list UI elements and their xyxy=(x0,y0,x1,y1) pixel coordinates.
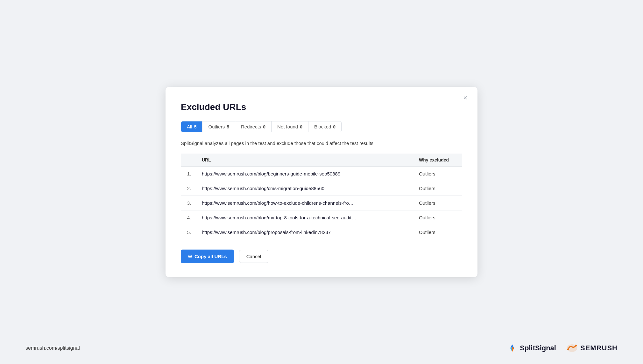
table-header-row: URL Why excluded xyxy=(181,154,462,167)
tab-not-found-label: Not found xyxy=(277,124,298,129)
tab-redirects-label: Redirects xyxy=(241,124,261,129)
semrush-label: SEMRUSH xyxy=(580,344,618,352)
row-url: https://www.semrush.com/blog/proposals-f… xyxy=(197,225,414,239)
tab-redirects-count: 0 xyxy=(263,124,265,129)
modal: × Excluded URLs All 5 Outliers 5 Redirec… xyxy=(166,87,477,277)
tab-blocked-label: Blocked xyxy=(314,124,331,129)
modal-title: Excluded URLs xyxy=(181,102,462,112)
splitsignal-label: SplitSignal xyxy=(520,344,556,352)
svg-point-2 xyxy=(575,345,577,347)
copy-all-button[interactable]: ⊕ Copy all URLs xyxy=(181,250,234,263)
row-num: 3. xyxy=(181,196,197,210)
tab-outliers-label: Outliers xyxy=(208,124,225,129)
row-reason: Outliers xyxy=(414,166,462,181)
button-row: ⊕ Copy all URLs Cancel xyxy=(181,250,462,263)
table-row: 2.https://www.semrush.com/blog/cms-migra… xyxy=(181,181,462,196)
table-row: 4.https://www.semrush.com/blog/my-top-8-… xyxy=(181,210,462,225)
tab-bar: All 5 Outliers 5 Redirects 0 Not found 0… xyxy=(181,121,342,132)
row-url: https://www.semrush.com/blog/my-top-8-to… xyxy=(197,210,414,225)
col-reason: Why excluded xyxy=(414,154,462,167)
row-num: 4. xyxy=(181,210,197,225)
tab-all-count: 5 xyxy=(194,124,197,129)
row-reason: Outliers xyxy=(414,210,462,225)
close-button[interactable]: × xyxy=(461,93,470,103)
row-num: 2. xyxy=(181,181,197,196)
tab-all[interactable]: All 5 xyxy=(181,121,202,132)
tab-all-label: All xyxy=(187,124,192,129)
tab-blocked[interactable]: Blocked 0 xyxy=(308,121,341,132)
splitsignal-icon xyxy=(507,343,517,353)
copy-button-label: Copy all URLs xyxy=(194,254,227,259)
tab-not-found[interactable]: Not found 0 xyxy=(272,121,308,132)
row-url: https://www.semrush.com/blog/how-to-excl… xyxy=(197,196,414,210)
tab-not-found-count: 0 xyxy=(300,124,302,129)
footer: semrush.com/splitsignal SplitSignal xyxy=(25,342,618,354)
tab-blocked-count: 0 xyxy=(333,124,336,129)
table-row: 3.https://www.semrush.com/blog/how-to-ex… xyxy=(181,196,462,210)
row-reason: Outliers xyxy=(414,196,462,210)
semrush-icon xyxy=(566,342,578,354)
row-url: https://www.semrush.com/blog/beginners-g… xyxy=(197,166,414,181)
row-reason: Outliers xyxy=(414,225,462,239)
splitsignal-logo: SplitSignal xyxy=(507,343,556,353)
row-url: https://www.semrush.com/blog/cms-migrati… xyxy=(197,181,414,196)
cancel-button[interactable]: Cancel xyxy=(239,250,269,263)
tab-outliers-count: 5 xyxy=(227,124,229,129)
description-text: SplitSignal analyzes all pages in the te… xyxy=(181,140,462,147)
footer-logos: SplitSignal SEMRUSH xyxy=(507,342,618,354)
url-table: URL Why excluded 1.https://www.semrush.c… xyxy=(181,154,462,239)
row-num: 1. xyxy=(181,166,197,181)
table-row: 1.https://www.semrush.com/blog/beginners… xyxy=(181,166,462,181)
col-url: URL xyxy=(197,154,414,167)
row-num: 5. xyxy=(181,225,197,239)
semrush-logo: SEMRUSH xyxy=(566,342,618,354)
tab-outliers[interactable]: Outliers 5 xyxy=(202,121,235,132)
svg-point-1 xyxy=(567,348,569,350)
table-row: 5.https://www.semrush.com/blog/proposals… xyxy=(181,225,462,239)
row-reason: Outliers xyxy=(414,181,462,196)
tab-redirects[interactable]: Redirects 0 xyxy=(235,121,272,132)
copy-icon: ⊕ xyxy=(188,253,192,259)
col-num xyxy=(181,154,197,167)
footer-url: semrush.com/splitsignal xyxy=(25,345,80,351)
